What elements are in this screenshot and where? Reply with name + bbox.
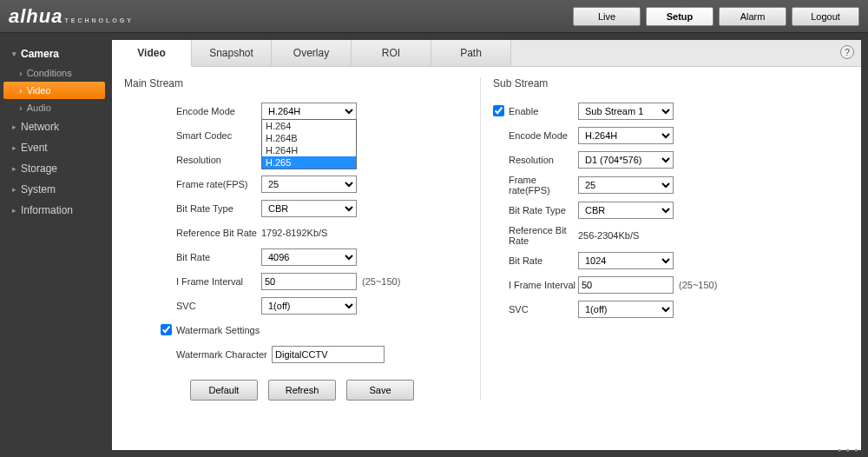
footer-dots-icon: ••• — [838, 446, 863, 455]
sub-bitrate-type-label: Bit Rate Type — [509, 205, 578, 215]
iframe-hint: (25~150) — [362, 276, 400, 287]
tab-roi[interactable]: ROI — [352, 40, 431, 66]
sidebar-item-network[interactable]: Network — [0, 116, 108, 137]
default-button[interactable]: Default — [190, 380, 258, 401]
iframe-label: I Frame Interval — [176, 276, 261, 287]
tab-overlay[interactable]: Overlay — [272, 40, 352, 66]
bitrate-label: Bit Rate — [176, 252, 261, 262]
sidebar-item-storage[interactable]: Storage — [0, 158, 108, 179]
encode-mode-select[interactable]: H.264H — [261, 103, 357, 120]
sub-ref-bitrate-value: 256-2304Kb/S — [578, 230, 639, 241]
save-button[interactable]: Save — [346, 380, 414, 401]
sub-fps-label: Frame rate(FPS) — [509, 175, 578, 195]
tab-video[interactable]: Video — [112, 40, 192, 67]
watermark-char-label: Watermark Character — [176, 349, 272, 360]
watermark-checkbox[interactable] — [161, 324, 172, 335]
logo-subtext: TECHNOLOGY — [64, 17, 133, 23]
main-stream-title: Main Stream — [124, 77, 480, 89]
logo: alhua TECHNOLOGY — [9, 5, 134, 28]
sub-bitrate-label: Bit Rate — [509, 255, 578, 266]
sub-ref-bitrate-label: Reference Bit Rate — [509, 225, 578, 246]
main-stream-section: Main Stream Encode Mode H.264H H.264 H.2… — [124, 77, 480, 401]
tab-snapshot[interactable]: Snapshot — [192, 40, 272, 66]
encode-opt-h265[interactable]: H.265 — [262, 156, 356, 169]
watermark-char-input[interactable] — [272, 346, 385, 363]
encode-opt-h264[interactable]: H.264 — [262, 120, 356, 132]
resolution-label: Resolution — [176, 155, 261, 165]
content-panel: Video Snapshot Overlay ROI Path ? Main S… — [112, 40, 861, 450]
nav-logout-button[interactable]: Logout — [792, 7, 859, 26]
encode-mode-dropdown[interactable]: H.264 H.264B H.264H H.265 — [261, 119, 357, 169]
help-icon[interactable]: ? — [840, 45, 854, 59]
sidebar-item-system[interactable]: System — [0, 179, 108, 200]
fps-label: Frame rate(FPS) — [176, 179, 261, 189]
substream-enable-select[interactable]: Sub Stream 1 — [578, 103, 674, 120]
svc-label: SVC — [176, 301, 261, 311]
sub-resolution-select[interactable]: D1 (704*576) — [578, 151, 674, 169]
sub-bitrate-type-select[interactable]: CBR — [578, 202, 674, 219]
bitrate-select[interactable]: 4096 — [261, 248, 357, 266]
sidebar-item-information[interactable]: Information — [0, 200, 108, 221]
logo-text: alhua — [9, 5, 62, 28]
encode-opt-h264b[interactable]: H.264B — [262, 132, 356, 144]
smart-codec-label: Smart Codec — [176, 130, 261, 141]
encode-mode-label: Encode Mode — [176, 106, 261, 116]
sidebar-item-conditions[interactable]: Conditions — [0, 64, 108, 82]
sub-fps-select[interactable]: 25 — [578, 176, 674, 194]
svc-select[interactable]: 1(off) — [261, 297, 357, 315]
nav-alarm-button[interactable]: Alarm — [719, 7, 786, 26]
sub-iframe-input[interactable] — [578, 276, 674, 294]
sub-resolution-label: Resolution — [509, 155, 578, 165]
ref-bitrate-label: Reference Bit Rate — [176, 228, 261, 238]
sub-iframe-hint: (25~150) — [679, 280, 717, 290]
sidebar-item-audio[interactable]: Audio — [0, 99, 108, 116]
iframe-input[interactable] — [261, 273, 357, 290]
watermark-label: Watermark Settings — [176, 325, 260, 335]
sidebar: Camera Conditions Video Audio Network Ev… — [0, 33, 108, 457]
refresh-button[interactable]: Refresh — [268, 380, 336, 401]
tab-bar: Video Snapshot Overlay ROI Path — [112, 40, 861, 67]
sub-bitrate-select[interactable]: 1024 — [578, 252, 674, 269]
ref-bitrate-value: 1792-8192Kb/S — [261, 228, 327, 238]
nav-live-button[interactable]: Live — [573, 7, 641, 26]
bitrate-type-select[interactable]: CBR — [261, 200, 357, 217]
sub-stream-title: Sub Stream — [493, 77, 849, 89]
encode-opt-h264h[interactable]: H.264H — [262, 144, 356, 156]
substream-enable-label: Enable — [509, 106, 578, 116]
tab-path[interactable]: Path — [431, 40, 511, 66]
sub-stream-section: Sub Stream Enable Sub Stream 1 Encode Mo… — [480, 77, 849, 401]
sidebar-item-video[interactable]: Video — [3, 82, 105, 99]
substream-enable-checkbox[interactable] — [493, 105, 504, 116]
bitrate-type-label: Bit Rate Type — [176, 203, 261, 214]
sub-svc-select[interactable]: 1(off) — [578, 301, 674, 318]
fps-select[interactable]: 25 — [261, 176, 357, 193]
nav-setup-button[interactable]: Setup — [646, 7, 713, 26]
sub-svc-label: SVC — [509, 304, 578, 315]
sidebar-item-camera[interactable]: Camera — [0, 43, 108, 64]
header-bar: alhua TECHNOLOGY Live Setup Alarm Logout — [0, 0, 868, 33]
sub-encode-mode-select[interactable]: H.264H — [578, 127, 674, 144]
sub-iframe-label: I Frame Interval — [509, 280, 578, 290]
sidebar-item-event[interactable]: Event — [0, 137, 108, 158]
sub-encode-mode-label: Encode Mode — [509, 130, 578, 141]
